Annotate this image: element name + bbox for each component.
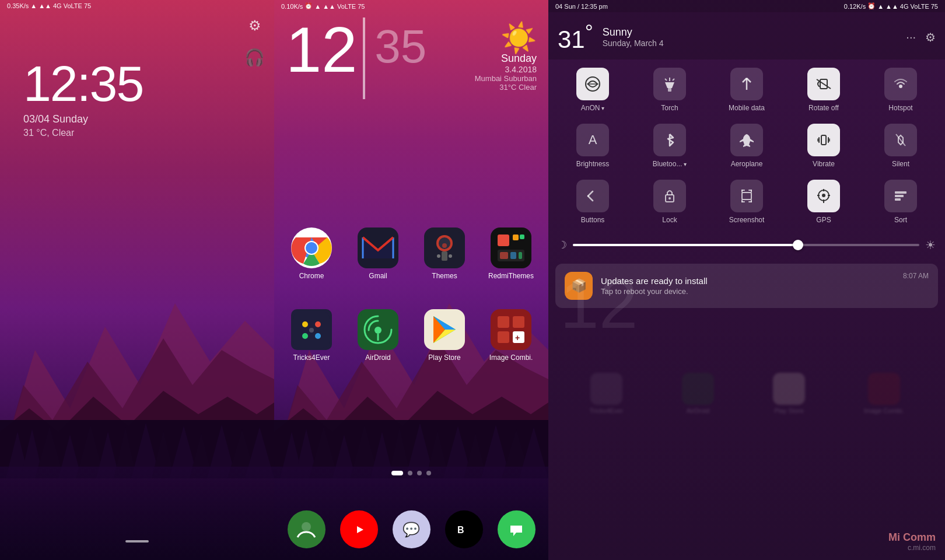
svg-marker-16	[228, 429, 257, 478]
svg-marker-8	[76, 425, 105, 478]
svg-marker-14	[190, 433, 213, 478]
toggle-vibrate[interactable]: Vibrate	[792, 119, 856, 173]
svg-marker-7	[58, 435, 82, 478]
app-imagecombi[interactable]: + Image Combi.	[480, 309, 542, 362]
hotspot-icon-box	[884, 68, 917, 100]
widget-day: Sunday	[475, 52, 537, 65]
toggle-sort[interactable]: Sort	[869, 175, 933, 229]
app-chrome[interactable]: Chrome	[280, 228, 343, 280]
buttons-label: Buttons	[581, 216, 605, 224]
settings-button[interactable]: ⚙	[925, 30, 936, 44]
bg-playstore-icon	[773, 373, 805, 405]
svg-marker-13	[169, 426, 198, 478]
app-airdroid[interactable]: AirDroid	[346, 309, 410, 362]
home-network: VoLTE	[337, 3, 356, 10]
svg-marker-15	[207, 425, 236, 478]
dock-youtube[interactable]	[340, 510, 378, 548]
dock-app1[interactable]	[288, 510, 326, 548]
toggle-rotate-off[interactable]: Rotate off	[792, 63, 856, 117]
widget-temp: 31°C Clear	[475, 83, 537, 92]
toggle-gps[interactable]: GPS	[792, 175, 856, 229]
notif-weather-header: 31° Sunny Sunday, March 4 ··· ⚙	[548, 12, 945, 60]
screenshot-label: Screenshot	[729, 216, 765, 224]
app-playstore[interactable]: Play Store	[413, 309, 476, 362]
lock-weather: 31 °C, Clear	[23, 128, 143, 138]
notif-card-content: Updates are ready to install Tap to rebo…	[601, 276, 895, 296]
svg-line-103	[588, 191, 593, 196]
svg-rect-51	[498, 235, 509, 246]
svg-marker-86	[665, 82, 674, 88]
gps-label: GPS	[816, 216, 831, 224]
app-themes[interactable]: Themes	[413, 228, 476, 280]
lock-clock: 12:35 03/04 Sunday 31 °C, Clear	[23, 58, 143, 138]
anon-label: AnON	[581, 104, 604, 112]
brightness-track[interactable]	[573, 244, 919, 246]
svg-marker-11	[131, 423, 160, 478]
page-dot-3[interactable]	[417, 471, 422, 475]
page-dot-1[interactable]	[391, 471, 403, 475]
svg-rect-21	[274, 420, 548, 478]
tricks4ever-icon	[291, 309, 332, 350]
svg-point-117	[822, 194, 825, 197]
home-speed: 0.10K/s	[281, 3, 303, 10]
quick-toggles: AnON Torch Mobile data Rot	[548, 60, 945, 235]
brightness-slider-row: ☽ ☀	[548, 235, 945, 259]
notif-condition: Sunny	[603, 26, 664, 38]
toggle-mobile-data[interactable]: Mobile data	[715, 63, 779, 117]
toggle-torch[interactable]: Torch	[638, 63, 702, 117]
bg-imagecombi: Image Combi.	[864, 373, 904, 414]
svg-marker-32	[464, 433, 487, 478]
home-status-bar: 0.10K/s ⏰ ▲ ▲▲ VoLTE 75	[274, 0, 548, 12]
dock-messages[interactable]	[498, 510, 536, 548]
update-icon: 📦	[565, 272, 593, 300]
update-notification[interactable]: 📦 Updates are ready to install Tap to re…	[555, 264, 938, 308]
svg-marker-29	[405, 423, 435, 478]
settings-icon[interactable]: ⚙	[249, 18, 261, 34]
toggle-anon[interactable]: AnON	[561, 63, 625, 117]
svg-marker-35	[519, 427, 548, 478]
notif-subtitle: Tap to reboot your device.	[601, 287, 895, 296]
svg-marker-4	[6, 432, 29, 478]
mobile-data-icon-box	[730, 68, 763, 100]
app-tricks4ever[interactable]: Tricks4Ever	[280, 309, 343, 362]
tricks4ever-label: Tricks4Ever	[293, 354, 330, 362]
anon-icon-box	[576, 68, 609, 100]
lock-label: Lock	[662, 216, 677, 224]
notification-panel: 04 Sun / 12:35 pm 0.12K/s ⏰ ▲ ▲▲ 4G VoLT…	[548, 0, 945, 560]
bg-airdroid: AirDroid	[682, 373, 714, 414]
svg-marker-9	[96, 432, 120, 478]
toggle-lock[interactable]: Lock	[638, 175, 702, 229]
tree-silhouettes	[0, 420, 274, 478]
svg-rect-122	[895, 191, 907, 194]
bbm-icon: B	[445, 510, 483, 548]
notif-temp-value: 31	[558, 26, 585, 53]
toggle-buttons[interactable]: Buttons	[561, 175, 625, 229]
notif-date: Sunday, March 4	[603, 38, 664, 48]
svg-rect-56	[510, 252, 516, 259]
svg-point-60	[315, 321, 321, 327]
toggle-brightness[interactable]: A Brightness	[561, 119, 625, 173]
toggle-bluetooth[interactable]: Bluetoo...	[638, 119, 702, 173]
toggle-hotspot[interactable]: Hotspot	[869, 63, 933, 117]
lock-swipe-indicator[interactable]	[125, 540, 149, 542]
app-gmail[interactable]: Gmail	[346, 228, 410, 280]
toggle-aeroplane[interactable]: Aeroplane	[715, 119, 779, 173]
svg-line-89	[665, 79, 667, 80]
brightness-thumb[interactable]	[793, 240, 803, 250]
weather-sun-icon: ☀️	[475, 23, 537, 52]
toggle-screenshot[interactable]: Screenshot	[715, 175, 779, 229]
more-options-button[interactable]: ···	[906, 30, 916, 44]
notif-alarm-icon: ⏰	[867, 2, 876, 10]
toggle-silent[interactable]: Silent	[869, 119, 933, 173]
home-tree-silhouettes	[274, 420, 548, 478]
lock-status-left: 0.35K/s ▲ ▲▲ 4G VoLTE 75	[7, 2, 91, 9]
toggle-row-2: A Brightness Bluetoo... Aeroplane	[554, 119, 939, 173]
svg-rect-87	[668, 88, 671, 92]
dock-app3[interactable]: 💬	[393, 510, 430, 548]
notif-speed: 0.12K/s	[844, 3, 866, 10]
dock-bbm[interactable]: B	[445, 510, 483, 548]
page-dot-4[interactable]	[426, 471, 431, 475]
svg-point-46	[442, 243, 447, 248]
app-redmithemes[interactable]: RedmiThemes	[480, 228, 542, 280]
page-dot-2[interactable]	[408, 471, 412, 475]
